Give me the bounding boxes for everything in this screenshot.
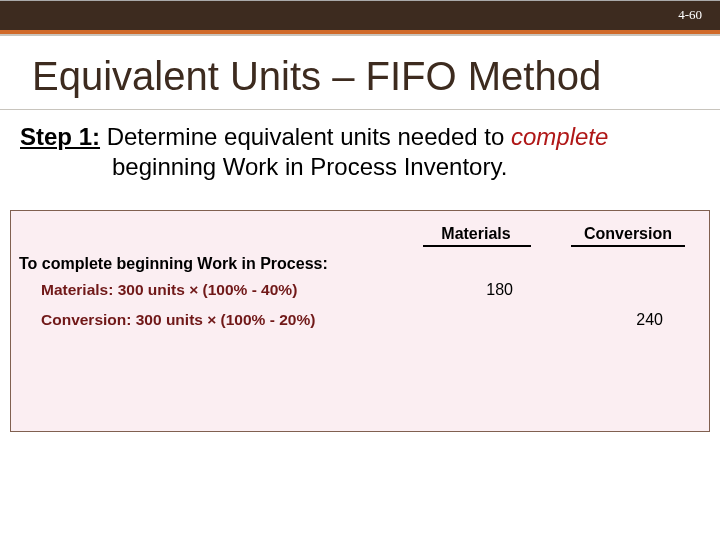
header-bar: 4-60 xyxy=(0,0,720,30)
step-italic: complete xyxy=(511,123,608,150)
column-header-materials: Materials xyxy=(431,225,521,243)
slide-title: Equivalent Units – FIFO Method xyxy=(0,36,720,109)
page-number: 4-60 xyxy=(678,7,702,23)
step-part1: Determine equivalent units needed to xyxy=(100,123,511,150)
row-conversion-calc: Conversion: 300 units × (100% - 20%) xyxy=(41,311,315,329)
row-conversion-value: 240 xyxy=(613,311,663,329)
column-header-conversion: Conversion xyxy=(573,225,683,243)
column-rule-conversion xyxy=(571,245,685,247)
row-materials-calc: Materials: 300 units × (100% - 40%) xyxy=(41,281,297,299)
step-text: Step 1: Determine equivalent units neede… xyxy=(0,110,720,182)
equivalent-units-table: Materials Conversion To complete beginni… xyxy=(10,210,710,432)
step-line2: beginning Work in Process Inventory. xyxy=(20,152,700,182)
column-rule-materials xyxy=(423,245,531,247)
row-materials-value: 180 xyxy=(463,281,513,299)
step-label: Step 1: xyxy=(20,123,100,150)
section-heading: To complete beginning Work in Process: xyxy=(19,255,328,273)
